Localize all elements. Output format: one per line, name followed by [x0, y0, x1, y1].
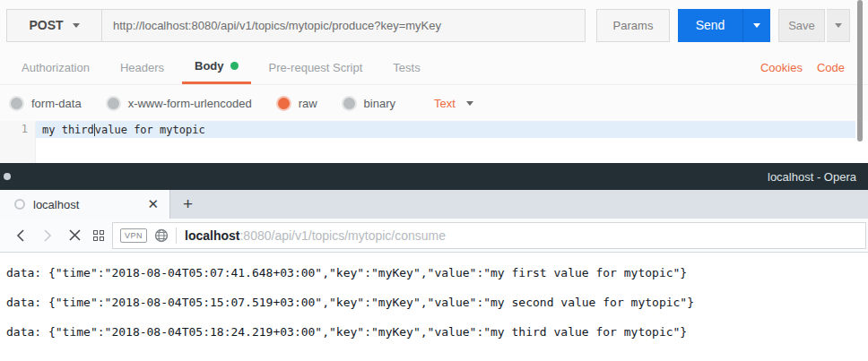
url-field[interactable]: VPN localhost:8080/api/v1/topics/mytopic… — [112, 222, 866, 249]
radio-label: form-data — [31, 97, 82, 110]
body-type-binary[interactable]: binary — [343, 97, 395, 110]
request-url-input[interactable] — [101, 9, 586, 42]
radio-icon — [11, 98, 22, 109]
new-tab-button[interactable]: + — [170, 190, 205, 219]
radio-label: raw — [299, 97, 317, 110]
send-button-group: Send — [678, 9, 770, 42]
method-label: POST — [29, 18, 63, 32]
chevron-right-icon — [42, 229, 53, 242]
tab-label: Pre-request Script — [269, 61, 363, 74]
chevron-down-icon — [753, 23, 760, 28]
divider — [176, 228, 177, 244]
body-content-dot-icon — [230, 62, 239, 70]
tab-pre-request-script[interactable]: Pre-request Script — [256, 50, 376, 84]
method-select[interactable]: POST — [6, 9, 101, 42]
stop-reload-button[interactable] — [61, 229, 88, 241]
chevron-down-icon — [835, 23, 842, 28]
radio-selected-icon — [278, 98, 290, 109]
request-tabs: Authorization Headers Body Pre-request S… — [0, 50, 868, 85]
vpn-badge[interactable]: VPN — [120, 228, 147, 243]
radio-icon — [108, 98, 119, 109]
body-type-raw[interactable]: raw — [278, 97, 317, 110]
browser-tabstrip: localhost ✕ + — [0, 190, 868, 219]
back-button[interactable] — [7, 229, 34, 242]
grid-square — [93, 230, 98, 235]
url-host: localhost — [185, 228, 239, 243]
params-button[interactable]: Params — [596, 9, 670, 42]
opera-window: localhost - Opera localhost ✕ + — [0, 163, 868, 361]
opera-titlebar: localhost - Opera — [0, 163, 868, 190]
radio-label: binary — [364, 97, 395, 110]
grid-square — [93, 236, 98, 241]
tab-authorization[interactable]: Authorization — [9, 50, 102, 84]
grid-square — [100, 230, 104, 235]
format-select[interactable]: Text — [434, 97, 473, 110]
tab-body[interactable]: Body — [182, 50, 251, 84]
sse-event-line: data: {"time":"2018-08-04T05:15:07.519+0… — [6, 288, 868, 317]
spacer — [438, 50, 760, 84]
format-label: Text — [434, 97, 456, 110]
grid-square — [100, 236, 104, 241]
page-content: data: {"time":"2018-08-04T05:07:41.648+0… — [0, 253, 868, 361]
cookies-code-links: Cookies Code — [760, 50, 868, 84]
tab-label: Headers — [120, 61, 164, 74]
body-type-row: form-data x-www-form-urlencoded raw bina… — [0, 85, 868, 121]
tab-label: Tests — [393, 61, 420, 74]
tab-tests[interactable]: Tests — [380, 50, 432, 84]
editor-content[interactable]: my third value for mytopic — [36, 121, 868, 163]
browser-tab-localhost[interactable]: localhost ✕ — [0, 190, 170, 219]
chevron-left-icon — [15, 229, 26, 242]
radio-label: x-www-form-urlencoded — [128, 97, 252, 110]
editor-gutter: 1 — [0, 121, 36, 163]
radio-icon — [343, 98, 355, 109]
save-options-button[interactable] — [827, 9, 850, 42]
tab-headers[interactable]: Headers — [108, 50, 177, 84]
globe-icon[interactable] — [154, 228, 169, 243]
request-url-row: POST Params Send Save — [0, 0, 868, 50]
send-button[interactable]: Send — [678, 9, 742, 42]
browser-addressbar: VPN localhost:8080/api/v1/topics/mytopic… — [0, 219, 868, 253]
line-number: 1 — [22, 123, 28, 135]
speed-dial-button[interactable] — [93, 230, 104, 241]
send-options-button[interactable] — [742, 9, 770, 42]
tab-label: Body — [195, 59, 224, 73]
tab-label: Authorization — [22, 61, 90, 74]
postman-panel: POST Params Send Save Authorization Head… — [0, 0, 868, 163]
body-type-form-data[interactable]: form-data — [11, 97, 82, 110]
code-link[interactable]: Code — [817, 61, 845, 74]
sse-event-line: data: {"time":"2018-08-04T05:18:24.219+0… — [6, 317, 868, 347]
browser-tab-title: localhost — [33, 198, 145, 211]
status-dot-icon — [4, 173, 11, 180]
close-tab-icon[interactable]: ✕ — [145, 196, 161, 212]
body-type-urlencoded[interactable]: x-www-form-urlencoded — [108, 97, 252, 110]
favicon-loading-icon — [14, 199, 25, 210]
forward-button[interactable] — [34, 229, 61, 242]
chevron-down-icon — [73, 23, 80, 28]
save-button[interactable]: Save — [778, 9, 825, 42]
url-path: :8080/api/v1/topics/mytopic/consume — [239, 228, 446, 243]
editor-text: my third — [42, 124, 94, 136]
url-text[interactable]: localhost:8080/api/v1/topics/mytopic/con… — [185, 228, 446, 243]
chevron-down-icon — [466, 101, 473, 106]
editor-text: value for mytopic — [95, 124, 205, 136]
body-editor[interactable]: 1 my third value for mytopic — [0, 121, 868, 163]
cookies-link[interactable]: Cookies — [760, 61, 803, 74]
editor-active-line[interactable]: my third value for mytopic — [36, 121, 855, 138]
sse-event-line: data: {"time":"2018-08-04T05:07:41.648+0… — [6, 258, 868, 288]
window-title: localhost - Opera — [768, 170, 856, 184]
scrollbar[interactable] — [857, 0, 863, 142]
stop-x-icon — [69, 229, 81, 241]
